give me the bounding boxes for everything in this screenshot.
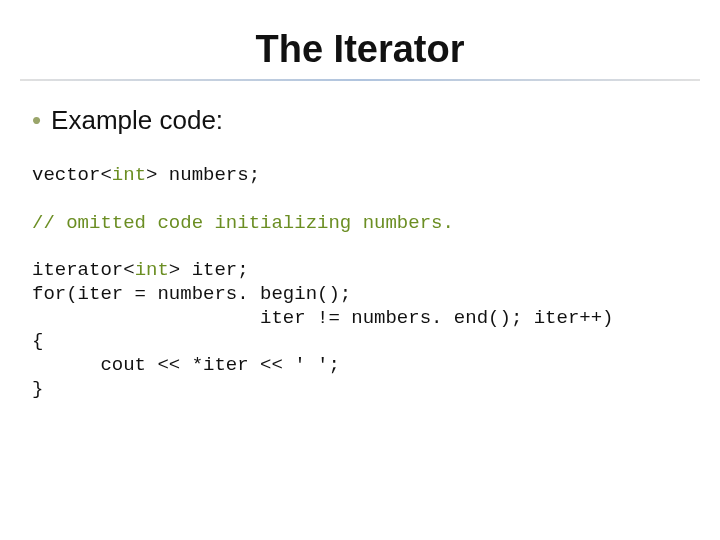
bullet-text: Example code:	[51, 105, 223, 136]
code-line-3a: iterator<	[32, 259, 135, 281]
bullet-item: • Example code:	[0, 105, 720, 136]
code-block: vector<int> numbers; // omitted code ini…	[0, 164, 720, 402]
title-underline	[20, 79, 700, 81]
code-line-6: {	[32, 330, 43, 352]
code-comment: // omitted code initializing numbers.	[32, 212, 454, 234]
code-line-8: }	[32, 378, 43, 400]
code-line-1a: vector<	[32, 164, 112, 186]
code-keyword-int-2: int	[135, 259, 169, 281]
code-keyword-int-1: int	[112, 164, 146, 186]
bullet-icon: •	[32, 107, 41, 133]
code-line-7: cout << *iter << ' ';	[32, 354, 340, 376]
code-line-5: iter != numbers. end(); iter++)	[32, 307, 614, 329]
code-line-3c: > iter;	[169, 259, 249, 281]
code-line-4: for(iter = numbers. begin();	[32, 283, 351, 305]
code-line-1c: > numbers;	[146, 164, 260, 186]
slide-title: The Iterator	[0, 0, 720, 79]
